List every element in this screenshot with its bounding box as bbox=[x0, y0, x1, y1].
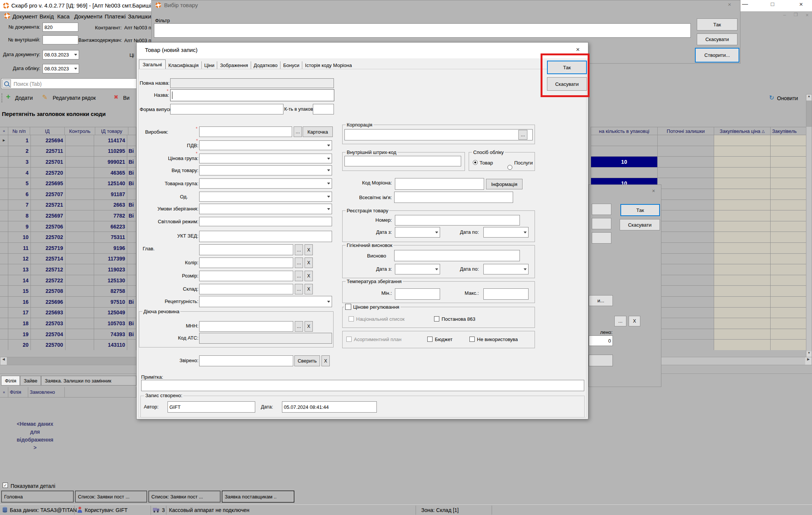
row-indicator[interactable] bbox=[0, 168, 8, 178]
bottom-col-ordered[interactable]: Замовлено bbox=[28, 387, 65, 398]
reg-date-to-combo[interactable] bbox=[483, 227, 529, 238]
cell-id[interactable]: 225708 bbox=[31, 286, 66, 297]
cell-control[interactable] bbox=[66, 275, 94, 286]
cell-npp[interactable]: 9 bbox=[8, 221, 31, 232]
cell-npp[interactable]: 10 bbox=[8, 232, 31, 243]
cell-id[interactable]: 225704 bbox=[31, 329, 66, 340]
tab-zaive[interactable]: Зайве bbox=[20, 376, 41, 385]
tab-bonuses[interactable]: Бонуси bbox=[280, 61, 302, 69]
cell-current-stock[interactable] bbox=[658, 340, 714, 350]
cell-current-stock[interactable] bbox=[658, 286, 714, 297]
mnn-field[interactable] bbox=[199, 321, 293, 332]
scroll-down-icon[interactable]: ▼ bbox=[806, 351, 812, 357]
unit-combo[interactable] bbox=[199, 192, 332, 202]
row-indicator[interactable] bbox=[0, 243, 8, 254]
fragment-button[interactable]: и... bbox=[589, 295, 613, 306]
hyg-date-to-combo[interactable] bbox=[483, 264, 529, 274]
warehouse-ellipsis-button[interactable]: … bbox=[295, 284, 303, 294]
cell-npp[interactable]: 18 bbox=[8, 318, 31, 329]
filter-input[interactable] bbox=[154, 23, 691, 38]
table-row[interactable]: 1922570474393Ві bbox=[0, 329, 136, 340]
atc-field[interactable] bbox=[199, 333, 332, 344]
barcode-field[interactable] bbox=[344, 156, 461, 166]
color-field[interactable] bbox=[199, 258, 293, 268]
ellipsis-button[interactable]: … bbox=[614, 316, 626, 326]
cell-purchase-price[interactable] bbox=[714, 178, 771, 189]
menu-payments[interactable]: Платежі bbox=[105, 13, 126, 20]
cell-control[interactable] bbox=[66, 318, 94, 329]
minimize-icon[interactable]: — bbox=[739, 1, 751, 10]
menu-document[interactable]: Документ bbox=[12, 13, 38, 20]
product-kind-combo[interactable] bbox=[199, 165, 332, 175]
warehouse-field[interactable] bbox=[199, 284, 293, 294]
cell-purchase-price[interactable] bbox=[714, 308, 771, 318]
row-indicator[interactable] bbox=[0, 232, 8, 243]
cell-name-fragment[interactable]: Ві bbox=[127, 200, 136, 211]
cell-current-stock[interactable] bbox=[658, 135, 714, 146]
tab-additional[interactable]: Додатково bbox=[251, 61, 280, 69]
vat-combo[interactable] bbox=[199, 140, 332, 150]
cell-current-stock[interactable] bbox=[658, 329, 714, 340]
cell-pack-qty[interactable] bbox=[591, 168, 658, 178]
cell-name-fragment[interactable] bbox=[127, 135, 136, 146]
cell-control[interactable] bbox=[66, 264, 94, 275]
cell-purchase-price[interactable] bbox=[714, 210, 771, 221]
row-indicator[interactable] bbox=[0, 221, 8, 232]
cell-purchase-price[interactable] bbox=[714, 200, 771, 211]
refresh-button[interactable]: Оновити bbox=[777, 95, 798, 101]
cell-purchase-price[interactable] bbox=[714, 221, 771, 232]
warehouse-clear-button[interactable]: X bbox=[305, 284, 313, 294]
glav-field[interactable] bbox=[199, 244, 293, 255]
cell-control[interactable] bbox=[66, 221, 94, 232]
refresh-icon[interactable]: ↻ bbox=[769, 94, 774, 101]
cell-id[interactable]: 225694 bbox=[31, 135, 66, 146]
table-row[interactable]: 622570791187 bbox=[0, 189, 136, 200]
cell-tid[interactable]: 97510 bbox=[94, 297, 127, 308]
hidden-button-fragment[interactable] bbox=[592, 232, 611, 244]
temp-min-field[interactable] bbox=[395, 288, 440, 300]
info-button[interactable]: Інформація bbox=[486, 179, 523, 189]
light-mode-field[interactable] bbox=[199, 217, 332, 226]
cell-id[interactable]: 225696 bbox=[31, 297, 66, 308]
table-row[interactable]: 2225711110295Ві bbox=[0, 146, 136, 157]
cell-control[interactable] bbox=[66, 340, 94, 350]
cell-purchase-price[interactable] bbox=[714, 254, 771, 265]
cell-current-stock[interactable] bbox=[658, 243, 714, 254]
table-row[interactable]: ▸1225694114174 bbox=[0, 135, 136, 146]
cell-current-stock[interactable] bbox=[658, 221, 714, 232]
cell-id[interactable]: 225719 bbox=[31, 243, 66, 254]
row-indicator[interactable] bbox=[0, 200, 8, 211]
child-restore-icon[interactable]: ❐ bbox=[791, 12, 800, 19]
cell-npp[interactable]: 2 bbox=[8, 146, 31, 157]
row-indicator[interactable] bbox=[0, 308, 8, 318]
cell-id[interactable]: 225707 bbox=[31, 189, 66, 200]
row-indicator[interactable] bbox=[0, 329, 8, 340]
cell-tid[interactable]: 125140 bbox=[94, 178, 127, 189]
cell-npp[interactable]: 16 bbox=[8, 297, 31, 308]
release-form-field[interactable] bbox=[170, 104, 283, 114]
bottom-col-filia[interactable]: Філія bbox=[8, 387, 28, 398]
cell-name-fragment[interactable] bbox=[127, 221, 136, 232]
cell-name-fragment[interactable] bbox=[127, 286, 136, 297]
cell-name-fragment[interactable] bbox=[127, 340, 136, 350]
cell-tid[interactable]: 105703 bbox=[94, 318, 127, 329]
cell-name-fragment[interactable] bbox=[127, 275, 136, 286]
price-regulation-checkbox[interactable] bbox=[345, 304, 351, 310]
table-row[interactable]: 18225703105703Ві bbox=[0, 318, 136, 329]
maximize-icon[interactable]: □ bbox=[766, 1, 779, 10]
col-header-npp[interactable]: № п/п bbox=[8, 127, 30, 135]
cell-current-stock[interactable] bbox=[658, 210, 714, 221]
col-header-pack-qty[interactable]: на кількість в упаковці bbox=[591, 127, 658, 135]
table-row[interactable]: 17225693125049 bbox=[0, 308, 136, 318]
cell-npp[interactable]: 17 bbox=[8, 308, 31, 318]
pack-qty-field[interactable] bbox=[313, 104, 334, 114]
cell-current-stock[interactable] bbox=[658, 318, 714, 329]
cell-tid[interactable]: 114174 bbox=[94, 135, 127, 146]
small-dialog-cancel-button[interactable]: Скасувати bbox=[620, 219, 660, 230]
row-indicator[interactable] bbox=[0, 189, 8, 200]
cell-npp[interactable]: 11 bbox=[8, 243, 31, 254]
cell-name-fragment[interactable] bbox=[127, 264, 136, 275]
cell-npp[interactable]: 15 bbox=[8, 286, 31, 297]
cell-id[interactable]: 225720 bbox=[31, 168, 66, 178]
doc-number-field[interactable]: 820 bbox=[43, 23, 78, 32]
